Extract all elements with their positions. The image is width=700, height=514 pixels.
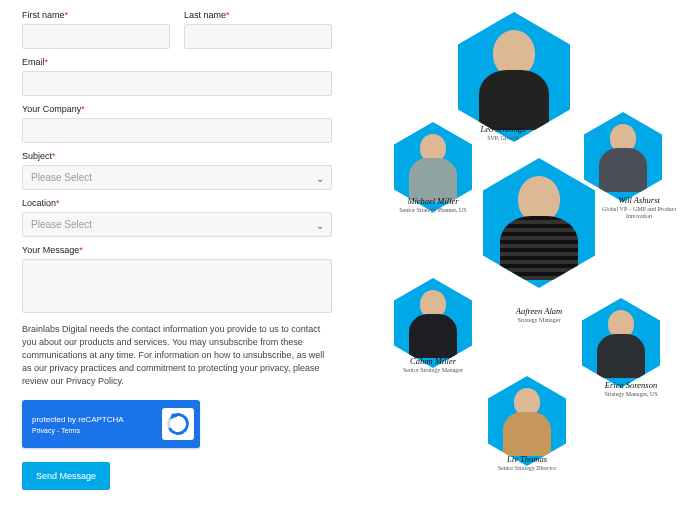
team-name: Michael Miller	[388, 196, 478, 206]
team-name: Erica Sorenson	[586, 380, 676, 390]
message-label: Your Message*	[22, 245, 332, 255]
message-field: Your Message*	[22, 245, 332, 313]
team-role: Senior Strategy Director	[482, 465, 572, 472]
team-role: Global VP – GMP and Product Innovation	[594, 206, 684, 219]
last-name-field: Last name*	[184, 10, 332, 49]
team-name: Liv Thomas	[482, 454, 572, 464]
email-label: Email*	[22, 57, 332, 67]
team-caption: Erica Sorenson Strategy Manager, US	[586, 380, 676, 398]
send-message-button[interactable]: Send Message	[22, 462, 110, 490]
privacy-text: Brainlabs Digital needs the contact info…	[22, 323, 332, 388]
team-role: SVP, Growth	[458, 135, 548, 142]
company-label: Your Company*	[22, 104, 332, 114]
contact-form: First name* Last name* Email* Your Compa…	[0, 0, 350, 514]
recaptcha-badge: protected by reCAPTCHA Privacy - Terms	[22, 400, 200, 448]
recaptcha-icon	[162, 408, 194, 440]
subject-label: Subject*	[22, 151, 332, 161]
last-name-input[interactable]	[184, 24, 332, 49]
hex-bg	[584, 112, 662, 202]
hex-bg	[488, 376, 566, 466]
message-input[interactable]	[22, 259, 332, 313]
first-name-input[interactable]	[22, 24, 170, 49]
location-label: Location*	[22, 198, 332, 208]
team-caption: Leo Jennings SVP, Growth	[458, 124, 548, 142]
location-select[interactable]: Please Select	[22, 212, 332, 237]
company-input[interactable]	[22, 118, 332, 143]
team-caption: Michael Miller Senior Strategy Planner, …	[388, 196, 478, 214]
team-role: Strategy Manager, US	[586, 391, 676, 398]
hex-bg	[458, 12, 570, 142]
team-role: Strategy Manager	[494, 317, 584, 324]
hex-bg	[483, 158, 595, 288]
team-name: Aafreen Alam	[494, 306, 584, 316]
team-caption: Liv Thomas Senior Strategy Director	[482, 454, 572, 472]
location-field: Location* Please Select ⌄	[22, 198, 332, 237]
team-role: Senior Strategy Manager	[388, 367, 478, 374]
recaptcha-line2[interactable]: Privacy - Terms	[32, 427, 162, 434]
email-field: Email*	[22, 57, 332, 96]
company-field: Your Company*	[22, 104, 332, 143]
team-role: Senior Strategy Planner, US	[388, 207, 478, 214]
last-name-label: Last name*	[184, 10, 332, 20]
email-input[interactable]	[22, 71, 332, 96]
first-name-label: First name*	[22, 10, 170, 20]
team-hexagons: Leo Jennings SVP, Growth Michael Miller …	[350, 0, 700, 514]
subject-field: Subject* Please Select ⌄	[22, 151, 332, 190]
team-caption: Aafreen Alam Strategy Manager	[494, 306, 584, 324]
hex-bg	[394, 278, 472, 368]
team-name: Leo Jennings	[458, 124, 548, 134]
team-caption: Will Ashurst Global VP – GMP and Product…	[594, 195, 684, 219]
recaptcha-line1: protected by reCAPTCHA	[32, 415, 162, 424]
team-name: Will Ashurst	[594, 195, 684, 205]
team-name: Calum Miller	[388, 356, 478, 366]
hex-bg	[582, 298, 660, 388]
team-caption: Calum Miller Senior Strategy Manager	[388, 356, 478, 374]
first-name-field: First name*	[22, 10, 170, 49]
subject-select[interactable]: Please Select	[22, 165, 332, 190]
